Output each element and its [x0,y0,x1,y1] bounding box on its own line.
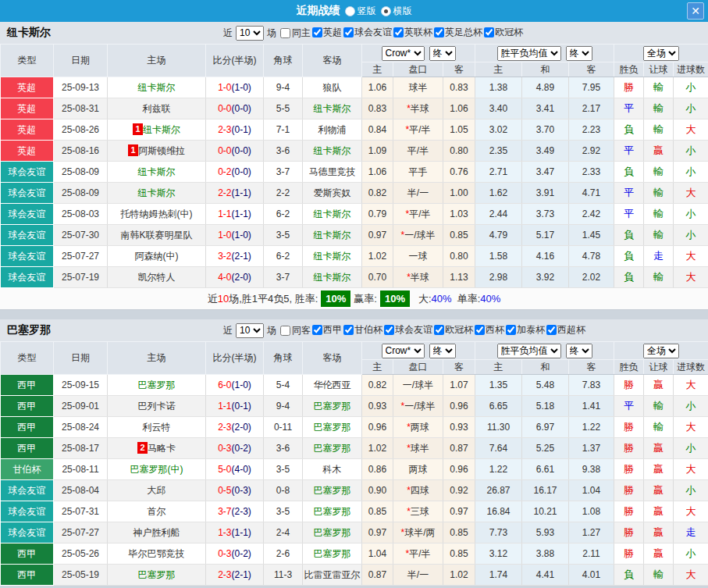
away-team-cell: 狼队 [303,77,362,98]
scope-group-header: 全场 [614,342,708,360]
league-filters: 英超球会友谊英联杯英足总杯欧冠杯 [311,26,523,40]
result-win-draw-loss: 負 [614,225,644,246]
avg-away-odds: 1.27 [569,522,614,543]
avg-home-odds: 1.22 [475,459,522,480]
league-filter-item[interactable]: 英联杯 [392,26,432,39]
match-row: 球会友谊 25-08-04 大邱 0-5(0-3) 0-8 巴塞罗那 0.90 … [1,480,708,501]
league-filter-item[interactable]: 欧冠杯 [482,26,523,39]
horizontal-layout-radio[interactable] [381,6,391,16]
league-filter-item[interactable]: 球会友谊 [382,323,432,337]
league-filter-item[interactable]: 球会友谊 [342,26,392,39]
handicap-cell: *平/半 [393,543,443,565]
away-team-name: 巴塞罗那 [314,485,351,496]
match-count-select[interactable]: 10 [236,323,264,338]
league-checkbox[interactable] [506,325,516,335]
league-checkbox[interactable] [484,27,494,37]
away-team-name: 纽卡斯尔 [314,208,351,219]
league-checkbox[interactable] [434,27,444,37]
away-odds: 0.96 [443,459,475,480]
league-checkbox[interactable] [343,27,354,37]
handicap-line: 半球 [411,272,429,283]
avg-away-odds: 7.95 [569,77,614,98]
league-filter-item[interactable]: 英足总杯 [432,26,482,39]
bookmaker-group-header: Crow*终 [362,342,475,360]
layout-horizontal-option[interactable]: 横版 [381,5,412,18]
result-handicap: 輸 [644,98,674,119]
handicap-cell: *球半/两 [393,522,443,543]
close-button[interactable]: ✕ [687,2,704,20]
halftime-score: (0-3) [232,485,251,496]
league-checkbox[interactable] [434,325,444,335]
home-odds: 0.82 [362,183,393,204]
home-team-cell: 纽卡斯尔 [108,77,206,98]
handicap-line: 平/半 [409,208,430,219]
league-filter-item[interactable]: 西甲 [311,323,342,337]
handicap-line: 一/球半 [404,230,435,241]
home-odds: 0.87 [362,565,393,586]
league-checkbox[interactable] [384,325,394,335]
away-odds: 1.00 [443,183,475,204]
same-venue-checkbox[interactable] [280,326,290,336]
vertical-layout-radio[interactable] [345,6,355,16]
corner-count: 2-2 [264,183,303,204]
league-checkbox[interactable] [312,27,322,37]
average-group-header: 胜平负均值终 [475,45,614,62]
match-count-select[interactable]: 10 [236,26,264,41]
home-odds: 0.70 [362,267,393,288]
league-filter-item[interactable]: 甘伯杯 [342,323,382,337]
away-team-cell: 巴塞罗那 [303,396,362,417]
handicap-rate-badge: 10% [380,290,410,307]
league-checkbox[interactable] [475,325,485,335]
corner-count: 9-4 [264,77,303,98]
handicap-line: 两球 [409,464,428,475]
col-date: 日期 [54,342,108,375]
avg-away-odds: 1.41 [569,396,614,417]
layout-vertical-option[interactable]: 竖版 [345,5,376,18]
halftime-score: (1-1) [232,187,251,198]
league-checkbox[interactable] [393,27,404,37]
halftime-score: (1-0) [232,380,251,390]
league-filter-item[interactable]: 英超 [311,26,342,39]
result-win-draw-loss: 平 [614,98,644,119]
bookmaker-period-select[interactable]: 终 [429,46,456,61]
scope-select[interactable]: 全场 [643,46,679,61]
average-type-select[interactable]: 胜平负均值 [497,344,561,358]
bookmaker-select[interactable]: Crow* [382,344,425,358]
result-goals: 大 [674,183,708,204]
average-period-select[interactable]: 终 [566,344,592,358]
bookmaker-select[interactable]: Crow* [382,46,425,61]
league-checkbox[interactable] [546,325,557,335]
score-cell: 1-0(1-0) [206,225,264,246]
scope-select[interactable]: 全场 [643,344,679,358]
average-type-select[interactable]: 胜平负均值 [497,46,561,61]
handicap-line: 一/球半 [404,401,435,412]
league-filter-item[interactable]: 西杯 [473,323,504,337]
fulltime-score: 1-3 [218,527,231,538]
league-filter-item[interactable]: 加泰杯 [504,323,545,337]
same-venue-checkbox[interactable] [280,28,290,38]
handicap-rate-label: 赢率: [354,292,377,306]
away-team-name: 马德里竞技 [309,166,356,177]
league-filter-item[interactable]: 欧冠杯 [432,323,473,337]
away-team-name: 利物浦 [318,124,347,135]
home-odds: 0.85 [362,501,393,522]
average-group-header: 胜平负均值终 [475,342,614,360]
league-checkbox[interactable] [343,325,354,335]
home-odds: 0.96 [362,417,393,438]
same-venue-label: 同客 [292,324,311,337]
result-win-draw-loss: 平 [614,204,644,225]
average-period-select[interactable]: 终 [566,46,592,61]
bookmaker-period-select[interactable]: 终 [429,344,456,358]
col-result: 胜负 [614,360,644,375]
col-avg-draw: 和 [522,360,569,375]
col-type: 类型 [1,342,54,375]
result-goals: 小 [674,204,708,225]
avg-draw-odds: 4.89 [522,77,569,98]
match-row: 西甲 25-05-19 巴塞罗那 2-3(2-1) 11-3 比雷亚雷亚尔 0.… [1,565,708,586]
league-filter-item[interactable]: 西超杯 [545,323,585,337]
col-result: 胜负 [614,62,644,77]
home-team-name: 首尔 [148,506,166,517]
league-checkbox[interactable] [312,325,322,335]
home-odds: 0.83 [362,98,393,119]
corner-count: 3-7 [264,162,303,183]
